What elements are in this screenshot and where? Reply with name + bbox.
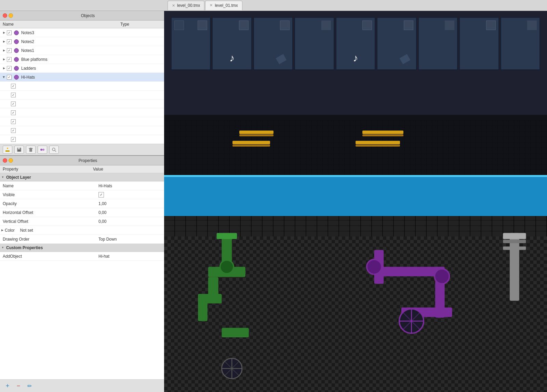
expand-icon[interactable]: ▶ [1, 66, 7, 71]
tab-level00[interactable]: ✕ level_00.tmx [168, 1, 204, 10]
list-item[interactable]: ▶ Ladders [0, 64, 164, 73]
visible-checkbox[interactable] [7, 75, 12, 80]
add-prop-btn[interactable]: + [3, 382, 12, 390]
svg-rect-5 [29, 149, 32, 152]
visible-checkbox[interactable] [7, 39, 12, 44]
expand-icon[interactable]: ▶ [1, 48, 7, 53]
obj-label: Blue platforms [21, 57, 163, 62]
prop-col-header: Property [3, 167, 93, 172]
prop-value-name[interactable]: Hi-Hats [96, 184, 164, 188]
obj-icon [13, 47, 20, 54]
objects-header: Name Type [0, 21, 164, 28]
list-item[interactable]: ▶ Notes2 [0, 37, 164, 46]
list-item[interactable] [0, 91, 164, 99]
prop-name-label: Visible [0, 192, 96, 197]
list-item[interactable]: ▶ Blue platforms [0, 55, 164, 64]
expand-icon[interactable]: ▶ [1, 57, 7, 62]
svg-rect-1 [5, 150, 10, 152]
sub-checkbox[interactable] [11, 119, 16, 124]
list-item[interactable] [0, 117, 164, 126]
tab-level01[interactable]: ✕ level_01.tmx [205, 1, 242, 10]
objects-min-btn[interactable] [9, 13, 13, 18]
prop-name-label: Horizontal Offset [0, 210, 96, 215]
save-object-btn[interactable] [14, 146, 24, 154]
tab-bar: ✕ level_00.tmx ✕ level_01.tmx [0, 0, 547, 11]
tab-close-icon-1[interactable]: ✕ [210, 3, 213, 8]
prop-value-opacity[interactable]: 1,00 [96, 201, 164, 206]
svg-rect-7 [30, 148, 31, 148]
sub-checkbox[interactable] [11, 93, 16, 97]
obj-label: Notes2 [21, 39, 163, 44]
list-item[interactable] [0, 99, 164, 108]
edit-prop-btn[interactable]: ✏ [25, 382, 34, 390]
svg-rect-19 [222, 328, 249, 337]
prop-name-label: Name [0, 184, 96, 188]
tab-close-icon[interactable]: ✕ [172, 3, 175, 8]
prop-value-addobject[interactable]: Hi-hat [96, 254, 164, 259]
sub-checkbox[interactable] [11, 128, 16, 133]
search-object-btn[interactable] [49, 146, 59, 154]
list-item[interactable] [0, 135, 164, 144]
prop-value-color[interactable]: Not set [17, 228, 86, 233]
objects-type-col: Type [120, 22, 161, 27]
sub-checkbox[interactable] [11, 137, 16, 142]
svg-rect-32 [503, 233, 526, 239]
svg-rect-34 [503, 246, 526, 250]
prop-name-label: Vertical Offset [0, 219, 96, 224]
properties-titlebar: Properties [0, 156, 164, 165]
props-table: ▼ Object Layer Name Hi-Hats Visible [0, 173, 164, 379]
list-item[interactable] [0, 108, 164, 117]
main-layout: Objects Name Type ▶ Notes3 ▶ [0, 11, 547, 392]
prop-row-visible[interactable]: Visible [0, 190, 164, 199]
prop-value-drawing-order[interactable]: Top Down [96, 237, 164, 242]
section-header-object-layer[interactable]: ▼ Object Layer [0, 173, 164, 181]
prop-value-vertical-offset[interactable]: 0,00 [96, 219, 164, 224]
sub-checkbox[interactable] [11, 110, 16, 115]
add-object-btn[interactable] [3, 146, 12, 154]
list-item[interactable]: ▶ Notes3 [0, 28, 164, 37]
prop-row-name[interactable]: Name Hi-Hats [0, 181, 164, 190]
sub-checkbox[interactable] [11, 102, 16, 106]
prop-name-label: Color [5, 228, 17, 233]
visible-checkbox[interactable] [7, 66, 12, 71]
visible-checkbox[interactable] [7, 57, 12, 62]
prop-name-label: Opacity [0, 201, 96, 206]
prop-row-opacity[interactable]: Opacity 1,00 [0, 199, 164, 208]
prop-row-drawing-order[interactable]: Drawing Order Top Down [0, 235, 164, 244]
color-expand-indicator: ▶ Color [0, 228, 17, 233]
prop-row-vertical-offset[interactable]: Vertical Offset 0,00 [0, 217, 164, 226]
props-close-btn[interactable] [3, 158, 7, 163]
props-bottom-toolbar: + − ✏ [0, 379, 164, 392]
objects-titlebar: Objects [0, 11, 164, 21]
prop-row-color[interactable]: ▶ Color Not set [0, 226, 164, 235]
props-min-btn[interactable] [9, 158, 13, 163]
expand-icon[interactable]: ▶ [1, 75, 7, 80]
objects-close-btn[interactable] [3, 13, 7, 18]
expand-icon[interactable]: ▶ [1, 39, 7, 44]
group-object-btn[interactable] [38, 146, 47, 154]
scene-top: ♪ ♪ [164, 11, 547, 120]
svg-point-25 [435, 269, 450, 284]
properties-title: Properties [14, 158, 161, 163]
list-item[interactable] [0, 126, 164, 135]
sub-checkbox[interactable] [11, 84, 16, 89]
remove-prop-btn[interactable]: − [14, 382, 23, 390]
section-header-custom-props[interactable]: ▼ Custom Properties [0, 244, 164, 252]
svg-point-10 [52, 148, 55, 151]
list-item[interactable]: ▶ Hi-Hats [0, 73, 164, 82]
svg-rect-3 [18, 148, 20, 149]
visible-prop-checkbox[interactable] [98, 192, 104, 198]
delete-object-btn[interactable] [26, 146, 36, 154]
svg-line-11 [55, 150, 56, 152]
obj-icon [13, 65, 20, 72]
visible-checkbox[interactable] [7, 48, 12, 53]
prop-row-horizontal-offset[interactable]: Horizontal Offset 0,00 [0, 208, 164, 217]
canvas-area[interactable]: ♪ ♪ [164, 11, 547, 392]
prop-value-horizontal-offset[interactable]: 0,00 [96, 210, 164, 215]
list-item[interactable] [0, 82, 164, 91]
expand-icon[interactable]: ▶ [1, 30, 7, 36]
visible-checkbox[interactable] [7, 30, 12, 35]
obj-label: Notes3 [21, 30, 163, 35]
prop-row-addobject[interactable]: AddObject Hi-hat [0, 252, 164, 261]
list-item[interactable]: ▶ Notes1 [0, 46, 164, 55]
